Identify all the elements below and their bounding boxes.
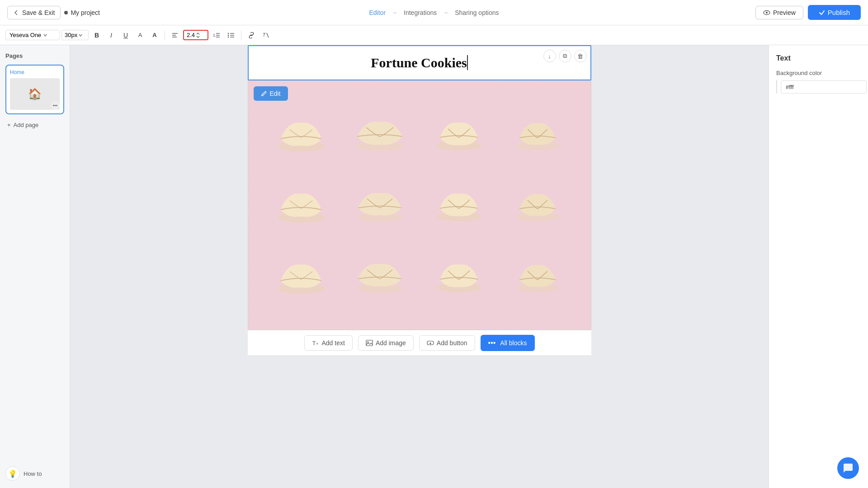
fortune-cookie-3: [432, 114, 486, 155]
nav-arrow-2: →: [443, 9, 448, 16]
all-blocks-label: All blocks: [500, 339, 527, 347]
all-blocks-icon: •••: [488, 339, 496, 347]
line-height-box[interactable]: 2.4: [183, 30, 208, 40]
save-exit-button[interactable]: Save & Exit: [7, 6, 61, 19]
link-icon: [248, 32, 255, 38]
tab-editor[interactable]: Editor: [365, 7, 389, 18]
unordered-list-button[interactable]: [225, 29, 237, 42]
nav-arrow-1: →: [392, 9, 397, 16]
align-left-icon: [172, 32, 178, 38]
color-swatch[interactable]: [776, 80, 777, 94]
clear-format-icon: T: [263, 32, 269, 38]
svg-point-11: [228, 36, 229, 37]
font-family-value: Yeseva One: [9, 32, 41, 38]
font-case-button[interactable]: A: [148, 29, 161, 42]
right-panel: Text Background color: [769, 45, 868, 488]
fortune-cookie-8: [510, 185, 565, 225]
bold-button[interactable]: B: [90, 29, 103, 42]
cookie-cell-9: [262, 240, 341, 311]
font-size-select[interactable]: 30px: [61, 30, 89, 40]
tab-sharing[interactable]: Sharing options: [451, 7, 502, 18]
underline-button[interactable]: U: [119, 29, 132, 42]
fortune-cookie-9: [274, 256, 328, 296]
fortune-cookie-10: [353, 256, 407, 296]
fortune-cookie-11: [432, 256, 486, 296]
unordered-list-icon: [227, 32, 235, 38]
background-color-label: Background color: [776, 70, 861, 76]
add-image-button[interactable]: Add image: [358, 335, 414, 351]
plus-icon: +: [7, 122, 11, 128]
toolbar-separator-1: [165, 31, 165, 40]
cookie-cell-12: [498, 240, 577, 311]
tab-integrations[interactable]: Integrations: [400, 7, 440, 18]
italic-button[interactable]: I: [105, 29, 118, 42]
top-nav-tabs: Editor → Integrations → Sharing options: [365, 7, 502, 18]
align-left-button[interactable]: [169, 29, 181, 42]
line-height-value: 2.4: [187, 32, 195, 38]
save-exit-label: Save & Exit: [22, 9, 55, 16]
cookie-cell-4: [498, 99, 577, 170]
add-button-icon: [427, 339, 434, 347]
color-value-input[interactable]: [781, 80, 867, 94]
chat-bubble[interactable]: [837, 457, 859, 479]
cookie-cell-11: [420, 240, 499, 311]
project-dot: [64, 11, 68, 14]
text-block[interactable]: Fortune Cookies ↓ ⧉ 🗑: [248, 45, 591, 80]
svg-rect-33: [366, 340, 373, 346]
add-text-button[interactable]: T + Add text: [304, 335, 353, 351]
ordered-list-button[interactable]: 1.: [210, 29, 223, 42]
fortune-cookie-12: [510, 256, 565, 296]
color-input-row: [776, 80, 861, 94]
block-move-down-button[interactable]: ↓: [543, 50, 556, 62]
svg-point-10: [228, 34, 229, 35]
svg-point-34: [367, 341, 368, 343]
preview-button[interactable]: Preview: [755, 6, 803, 19]
link-button[interactable]: [245, 29, 258, 42]
fortune-cookie-7: [432, 185, 486, 225]
how-to-label: How to: [24, 470, 42, 477]
top-nav-right: Preview Publish: [755, 5, 861, 20]
sidebar-title: Pages: [5, 52, 64, 59]
how-to-section[interactable]: 💡 How to: [5, 466, 42, 481]
eye-icon: [763, 9, 770, 16]
add-image-icon: [366, 339, 373, 347]
clear-format-button[interactable]: T: [259, 29, 272, 42]
chevron-down-icon: [43, 33, 47, 38]
home-icon: 🏠: [28, 88, 42, 100]
block-delete-button[interactable]: 🗑: [574, 50, 587, 62]
add-text-label: Add text: [322, 339, 345, 347]
all-blocks-button[interactable]: ••• All blocks: [481, 335, 535, 351]
cookie-cell-6: [340, 170, 420, 241]
arrow-left-icon: [13, 9, 19, 16]
svg-line-16: [267, 33, 269, 38]
publish-button[interactable]: Publish: [808, 5, 861, 20]
add-button-button[interactable]: Add button: [419, 335, 475, 351]
chat-icon: [843, 463, 854, 474]
publish-label: Publish: [828, 9, 850, 16]
canvas-area: Fortune Cookies ↓ ⧉ 🗑 Edit: [70, 45, 769, 488]
add-image-label: Add image: [376, 339, 406, 347]
font-color-button[interactable]: A: [134, 29, 146, 42]
fortune-cookie-1: [274, 114, 328, 155]
fortune-cookie-5: [274, 185, 328, 225]
fortune-cookie-4: [510, 114, 565, 155]
add-button-label: Add button: [437, 339, 467, 347]
fortune-cookie-2: [353, 114, 407, 155]
page-card-more-button[interactable]: •••: [51, 101, 60, 110]
page-card-home[interactable]: Home 🏠 •••: [5, 65, 64, 114]
fortune-cookie-6: [353, 185, 407, 225]
bottom-toolbar: T + Add text Add image Add: [248, 330, 591, 355]
cookie-cell-1: [262, 99, 341, 170]
block-actions: ↓ ⧉ 🗑: [543, 50, 587, 62]
add-text-icon: T +: [312, 339, 319, 347]
ordered-list-icon: 1.: [213, 32, 220, 38]
svg-text:T: T: [312, 340, 316, 347]
edit-image-button[interactable]: Edit: [254, 86, 288, 101]
font-family-select[interactable]: Yeseva One: [5, 30, 60, 40]
add-page-button[interactable]: + Add page: [5, 120, 64, 130]
text-toolbar: Yeseva One 30px B I U A A 2.4 1.: [0, 25, 868, 45]
cookie-cell-3: [420, 99, 499, 170]
preview-label: Preview: [773, 9, 796, 16]
block-duplicate-button[interactable]: ⧉: [559, 50, 571, 62]
svg-text:+: +: [316, 342, 318, 346]
